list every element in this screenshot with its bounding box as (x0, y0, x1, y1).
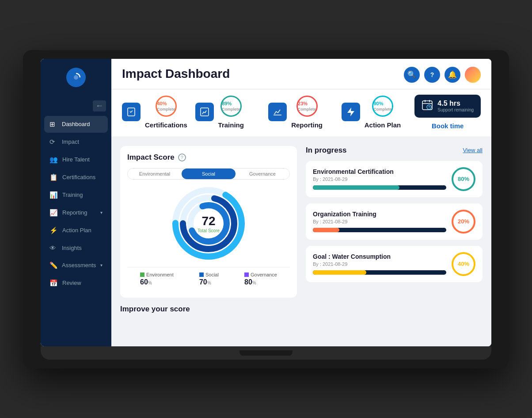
content-area: Impact Score ? Environmental Social Gove… (111, 137, 491, 346)
environment-number: 60 (140, 278, 148, 286)
reporting-percent: 23% (298, 101, 316, 106)
training-stat-circle: 89% Complete (220, 96, 242, 117)
view-all-link[interactable]: View all (463, 147, 483, 153)
environment-label: Environment (146, 272, 174, 277)
progress-card-env-cert: Environmental Certification By : 2021-08… (306, 161, 483, 197)
dashboard-icon: ⊞ (49, 120, 57, 128)
sidebar-item-review[interactable]: 📅 Review (44, 275, 108, 291)
notifications-button[interactable]: 🔔 (445, 67, 460, 83)
main-content: Impact Dashboard 🔍 ? 🔔 (111, 59, 491, 346)
donut-chart: 72 Total Score (171, 186, 246, 261)
donut-sub: Total Score (198, 228, 220, 233)
action-plan-stat-icon (342, 103, 360, 121)
water-percent: 40% (452, 252, 475, 276)
tab-social[interactable]: Social (182, 169, 236, 179)
social-value: 70% (199, 278, 211, 286)
score-bar-governance: Governance 80% (244, 272, 277, 286)
environment-value: 60% (140, 278, 152, 286)
action-plan-icon: ⚡ (49, 226, 58, 234)
governance-unit: % (252, 280, 256, 285)
svg-point-1 (74, 75, 78, 80)
certifications-stat-circle: 40% Complete (156, 96, 177, 117)
search-button[interactable]: 🔍 (404, 67, 420, 83)
help-button[interactable]: ? (424, 67, 440, 83)
book-time-card[interactable]: 4.5 hrs Support remaining (414, 95, 481, 118)
env-cert-title: Environmental Certification (313, 168, 446, 175)
header-actions: 🔍 ? 🔔 (404, 67, 481, 83)
tab-environmental[interactable]: Environmental (128, 169, 182, 179)
action-plan-label: Action Plan (365, 121, 401, 129)
org-training-date: By : 2021-08-29 (313, 219, 446, 224)
env-cert-info: Environmental Certification By : 2021-08… (313, 168, 446, 190)
calendar-clock-icon (422, 99, 433, 113)
donut-center: 72 Total Score (198, 214, 220, 233)
environment-dot (140, 272, 144, 277)
reporting-stat-circle: 23% Complete (296, 96, 318, 117)
sidebar-item-training[interactable]: 📊 Training (44, 187, 108, 203)
collapse-icon[interactable]: ← (93, 100, 106, 111)
sidebar: ← ⊞ Dashboard ⟳ Impact 👥 Hire Talent (41, 59, 111, 346)
governance-number: 80 (244, 278, 252, 286)
sidebar-navigation: ⊞ Dashboard ⟳ Impact 👥 Hire Talent 📋 Cer… (41, 116, 111, 291)
action-plan-complete-label: Complete (373, 107, 391, 111)
stat-card-reporting[interactable]: 23% Complete Reporting (268, 96, 334, 129)
social-unit: % (207, 280, 211, 285)
help-icon: ? (430, 71, 434, 78)
env-cert-date: By : 2021-08-29 (313, 176, 446, 182)
logo-icon (66, 68, 86, 87)
governance-dot (244, 272, 249, 277)
review-icon: 📅 (49, 279, 58, 287)
action-plan-stat-info: 90% Complete Action Plan (365, 96, 401, 129)
impact-score-title: Impact Score (127, 153, 175, 162)
chevron-down-icon: ▾ (100, 263, 103, 268)
sidebar-item-label: Review (62, 280, 103, 286)
book-time-sub: Support remaining (437, 107, 474, 112)
svg-marker-5 (347, 107, 354, 116)
certifications-percent: 40% (157, 101, 175, 106)
sidebar-item-certifications[interactable]: 📋 Certifications (44, 169, 108, 186)
sidebar-item-insights[interactable]: 👁 Insights (44, 240, 108, 256)
certifications-complete-label: Complete (157, 107, 175, 111)
training-icon: 📊 (49, 191, 58, 199)
tab-governance[interactable]: Governance (236, 169, 289, 179)
stat-card-training[interactable]: 89% Complete Training (195, 96, 262, 129)
water-progress-bar (313, 270, 446, 275)
svg-rect-3 (201, 108, 209, 116)
sidebar-collapse[interactable]: ← (41, 100, 111, 111)
environment-unit: % (148, 280, 152, 285)
sidebar-item-hire-talent[interactable]: 👥 Hire Talent (44, 151, 108, 168)
governance-label: Governance (251, 272, 277, 277)
sidebar-item-dashboard[interactable]: ⊞ Dashboard (44, 116, 108, 133)
sidebar-item-action-plan[interactable]: ⚡ Action Plan (44, 222, 108, 239)
score-bar-social: Social 70% (199, 272, 219, 286)
help-circle-icon[interactable]: ? (178, 153, 186, 161)
hire-talent-icon: 👥 (49, 156, 58, 164)
action-plan-percent: 90% (373, 101, 391, 106)
left-panel: Impact Score ? Environmental Social Gove… (120, 146, 297, 337)
training-percent: 89% (222, 101, 240, 106)
search-icon: 🔍 (407, 70, 416, 79)
bell-icon: 🔔 (448, 70, 457, 79)
reporting-stat-icon (268, 103, 287, 121)
water-date: By : 2021-08-29 (313, 261, 446, 267)
social-dot (199, 272, 204, 277)
stat-card-certifications[interactable]: 40% Complete Certifications (122, 96, 188, 129)
sidebar-item-label: Training (62, 192, 103, 198)
donut-score: 72 (198, 214, 220, 228)
avatar[interactable] (465, 67, 481, 83)
stat-card-action-plan[interactable]: 90% Complete Action Plan (342, 96, 408, 129)
score-bar-environment: Environment 60% (140, 272, 174, 286)
sidebar-item-label: Reporting (62, 209, 96, 216)
sidebar-item-assessments[interactable]: ✏️ Assessments ▾ (44, 257, 108, 274)
org-training-title: Organization Training (313, 211, 446, 218)
book-time-label: Book time (432, 122, 464, 130)
impact-score-header: Impact Score ? (127, 153, 290, 162)
progress-card-org-training: Organization Training By : 2021-08-29 20… (306, 203, 483, 240)
org-training-progress-bar (313, 228, 446, 232)
sidebar-item-reporting[interactable]: 📈 Reporting ▾ (44, 204, 108, 221)
env-cert-progress-bar (313, 185, 446, 190)
sidebar-item-impact[interactable]: ⟳ Impact (44, 134, 108, 150)
book-time-info: 4.5 hrs Support remaining (437, 100, 474, 112)
book-time-stat[interactable]: 4.5 hrs Support remaining Book time (414, 95, 481, 130)
insights-icon: 👁 (49, 244, 57, 252)
